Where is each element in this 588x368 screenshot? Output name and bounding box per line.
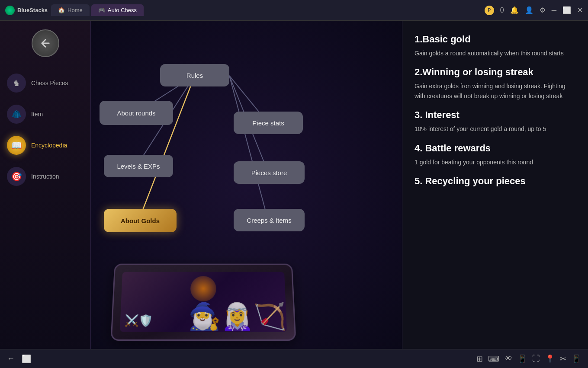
- tablet-body: 🧙‍♂️🧝‍♀️🏹 ⚔️🛡️: [111, 264, 296, 341]
- taskbar-grid-icon[interactable]: ⊞: [476, 354, 483, 364]
- sidebar-encyclopedia-label: Encyclopedia: [31, 142, 67, 149]
- mindmap-area: Rules About rounds Levels & EXPs About G…: [91, 21, 402, 349]
- taskbar-location-icon[interactable]: 📍: [545, 354, 555, 364]
- sidebar-chess-pieces-label: Chess Pieces: [31, 80, 68, 86]
- sidebar-instruction-label: Instruction: [31, 173, 59, 180]
- section-basic-gold: 1.Basic gold Gain golds a round automati…: [414, 34, 576, 58]
- chess-pieces-icon: ♞: [7, 74, 26, 93]
- title-bar-right: P 0 🔔 👤 ⚙ ─ ⬜ ✕: [485, 6, 583, 15]
- back-button[interactable]: [32, 29, 59, 57]
- node-piece-stats[interactable]: Piece stats: [234, 112, 303, 134]
- taskbar-keyboard-icon[interactable]: ⌨: [488, 354, 499, 364]
- taskbar: ← ⬜ ⊞ ⌨ 👁 📱 ⛶ 📍 ✂ 📱: [0, 349, 588, 368]
- taskbar-left: ← ⬜: [7, 354, 31, 364]
- main-area: ♞ Chess Pieces 🧥 Item 📖 Encyclopedia 🎯 I…: [0, 21, 588, 349]
- tablet-image: 🧙‍♂️🧝‍♀️🏹 ⚔️🛡️: [112, 262, 294, 340]
- tablet-figures: 🧙‍♂️🧝‍♀️🏹: [188, 301, 287, 332]
- section-body-3: 10% interest of your current gold a roun…: [414, 124, 576, 134]
- sidebar-item-label: Item: [31, 111, 43, 118]
- tab-bar: 🏠 Home 🎮 Auto Chess: [51, 4, 144, 16]
- sidebar-item-instruction[interactable]: 🎯 Instruction: [0, 163, 90, 190]
- node-about-golds[interactable]: About Golds: [104, 209, 177, 232]
- section-recycling: 5. Recycling your pieces: [414, 176, 576, 187]
- node-about-rounds[interactable]: About rounds: [100, 101, 173, 125]
- item-icon: 🧥: [7, 105, 26, 124]
- sidebar: ♞ Chess Pieces 🧥 Item 📖 Encyclopedia 🎯 I…: [0, 21, 91, 349]
- tablet-glow: [190, 276, 216, 302]
- taskbar-scissors-icon[interactable]: ✂: [560, 354, 566, 364]
- bluestacks-logo: BlueStacks: [5, 6, 48, 15]
- game-tab-icon: 🎮: [98, 7, 105, 13]
- section-title-5: 5. Recycling your pieces: [414, 176, 576, 187]
- gold-count: 0: [500, 6, 504, 14]
- node-levels-exps[interactable]: Levels & EXPs: [104, 155, 173, 177]
- title-bar: BlueStacks 🏠 Home 🎮 Auto Chess P 0 🔔 👤 ⚙…: [0, 0, 588, 21]
- taskbar-device-icon[interactable]: 📱: [572, 354, 581, 364]
- section-body-4: 1 gold for beating your opponents this r…: [414, 157, 576, 167]
- restore-icon[interactable]: ⬜: [562, 6, 571, 14]
- close-icon[interactable]: ✕: [577, 6, 583, 14]
- section-body-1: Gain golds a round automatically when th…: [414, 48, 576, 58]
- svg-line-5: [229, 76, 268, 221]
- section-winning-streak: 2.Winning or losing streak Gain extra go…: [414, 67, 576, 101]
- section-title-1: 1.Basic gold: [414, 34, 576, 45]
- tab-game-label: Auto Chess: [108, 7, 137, 13]
- tab-home-label: Home: [67, 7, 83, 13]
- sidebar-item-chess-pieces[interactable]: ♞ Chess Pieces: [0, 69, 90, 97]
- taskbar-right: ⊞ ⌨ 👁 📱 ⛶ 📍 ✂ 📱: [476, 354, 581, 364]
- tablet-screen: 🧙‍♂️🧝‍♀️🏹 ⚔️🛡️: [119, 272, 287, 332]
- taskbar-eye-icon[interactable]: 👁: [504, 354, 512, 363]
- tab-home[interactable]: 🏠 Home: [51, 4, 90, 16]
- bluestacks-circle: [5, 6, 15, 15]
- taskbar-home-icon[interactable]: ⬜: [22, 354, 31, 364]
- node-rules[interactable]: Rules: [160, 64, 229, 86]
- title-bar-left: BlueStacks 🏠 Home 🎮 Auto Chess: [5, 4, 144, 16]
- taskbar-back-icon[interactable]: ←: [7, 354, 15, 363]
- section-title-3: 3. Interest: [414, 109, 576, 121]
- sidebar-item-item[interactable]: 🧥 Item: [0, 100, 90, 128]
- section-title-2: 2.Winning or losing streak: [414, 67, 576, 78]
- profile-icon[interactable]: 👤: [525, 6, 533, 14]
- notification-icon[interactable]: 🔔: [510, 6, 519, 14]
- bluestacks-name: BlueStacks: [17, 7, 48, 13]
- section-interest: 3. Interest 10% interest of your current…: [414, 109, 576, 134]
- gold-icon: P: [485, 6, 494, 15]
- taskbar-multiinstance-icon[interactable]: 📱: [517, 354, 527, 364]
- section-battle-rewards: 4. Battle rewards 1 gold for beating you…: [414, 143, 576, 167]
- minimize-icon[interactable]: ─: [552, 6, 556, 14]
- tab-game[interactable]: 🎮 Auto Chess: [91, 4, 144, 16]
- instruction-icon: 🎯: [7, 167, 26, 186]
- right-panel: 1.Basic gold Gain golds a round automati…: [402, 21, 588, 349]
- encyclopedia-icon: 📖: [7, 136, 26, 155]
- node-pieces-store[interactable]: Pieces store: [234, 161, 305, 184]
- home-icon: 🏠: [58, 7, 65, 13]
- svg-line-2: [138, 76, 195, 221]
- taskbar-fullscreen-icon[interactable]: ⛶: [532, 354, 540, 363]
- sidebar-item-encyclopedia[interactable]: 📖 Encyclopedia: [0, 131, 90, 159]
- section-body-2: Gain extra golds fron winning and losing…: [414, 81, 576, 101]
- section-title-4: 4. Battle rewards: [414, 143, 576, 154]
- tablet-hero-icons: ⚔️🛡️: [124, 314, 153, 327]
- settings-icon[interactable]: ⚙: [540, 6, 546, 14]
- node-creeps-items[interactable]: Creeps & Items: [234, 209, 305, 231]
